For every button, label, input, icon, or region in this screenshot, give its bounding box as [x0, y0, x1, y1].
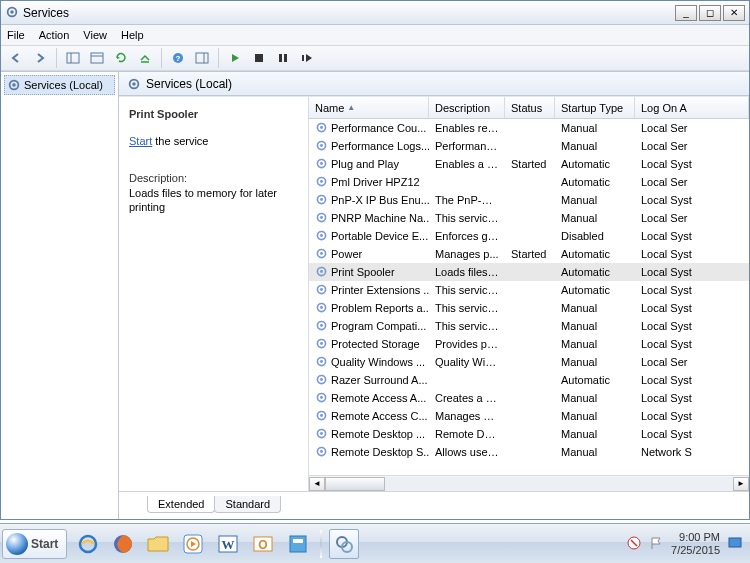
tab-standard[interactable]: Standard [214, 496, 281, 513]
cell-logon: Local Syst [635, 266, 749, 278]
scroll-track[interactable] [325, 477, 733, 491]
cell-startup: Automatic [555, 374, 635, 386]
services-window: Services _ ◻ ✕ File Action View Help ? S… [0, 0, 750, 520]
maximize-button[interactable]: ◻ [699, 5, 721, 21]
service-row[interactable]: Program Compati...This service ...Manual… [309, 317, 749, 335]
col-startup[interactable]: Startup Type [555, 97, 635, 118]
cell-startup: Manual [555, 446, 635, 458]
service-row[interactable]: PnP-X IP Bus Enu...The PnP-X ...ManualLo… [309, 191, 749, 209]
service-row[interactable]: Quality Windows ...Quality Win...ManualL… [309, 353, 749, 371]
rows-container[interactable]: Performance Cou...Enables rem...ManualLo… [309, 119, 749, 475]
cell-name: Power [309, 247, 429, 262]
gear-icon [315, 445, 328, 460]
service-row[interactable]: Performance Logs...Performanc...ManualLo… [309, 137, 749, 155]
refresh-button[interactable] [110, 47, 132, 69]
media-player-icon[interactable] [178, 529, 208, 559]
svg-point-30 [320, 216, 323, 219]
explorer-icon[interactable] [143, 529, 173, 559]
svg-point-24 [320, 162, 323, 165]
service-row[interactable]: Problem Reports a...This service ...Manu… [309, 299, 749, 317]
service-row[interactable]: Razer Surround A...AutomaticLocal Syst [309, 371, 749, 389]
service-row[interactable]: Portable Device E...Enforces gr...Disabl… [309, 227, 749, 245]
minimize-button[interactable]: _ [675, 5, 697, 21]
clock-time: 9:00 PM [671, 531, 720, 543]
gear-icon [127, 77, 141, 91]
service-row[interactable]: Protected StorageProvides pr...ManualLoc… [309, 335, 749, 353]
service-row[interactable]: Performance Cou...Enables rem...ManualLo… [309, 119, 749, 137]
service-row[interactable]: PNRP Machine Na...This service ...Manual… [309, 209, 749, 227]
menu-action[interactable]: Action [39, 29, 70, 41]
back-button[interactable] [5, 47, 27, 69]
forward-button[interactable] [29, 47, 51, 69]
start-button[interactable]: Start [2, 529, 67, 559]
cell-name: Pml Driver HPZ12 [309, 175, 429, 190]
app-icon [5, 5, 19, 21]
show-hide-action-pane-button[interactable] [191, 47, 213, 69]
help-button[interactable]: ? [167, 47, 189, 69]
svg-rect-65 [290, 536, 306, 552]
description-text: Loads files to memory for later printing [129, 186, 298, 216]
ie-icon[interactable] [73, 529, 103, 559]
close-button[interactable]: ✕ [723, 5, 745, 21]
word-icon[interactable]: W [213, 529, 243, 559]
cell-name: Quality Windows ... [309, 355, 429, 370]
menu-view[interactable]: View [83, 29, 107, 41]
service-row[interactable]: PowerManages p...StartedAutomaticLocal S… [309, 245, 749, 263]
tab-extended[interactable]: Extended [147, 496, 215, 513]
title-bar[interactable]: Services _ ◻ ✕ [1, 1, 749, 25]
service-row[interactable]: Remote Access A...Creates a co...ManualL… [309, 389, 749, 407]
taskbar-services-button[interactable] [329, 529, 359, 559]
service-row[interactable]: Print SpoolerLoads files t...AutomaticLo… [309, 263, 749, 281]
clock-date: 7/25/2015 [671, 544, 720, 556]
gear-icon [315, 373, 328, 388]
firefox-icon[interactable] [108, 529, 138, 559]
scroll-thumb[interactable] [325, 477, 385, 491]
show-desktop-button[interactable] [728, 536, 742, 552]
service-row[interactable]: Remote Desktop S...Allows user...ManualN… [309, 443, 749, 461]
cell-logon: Local Ser [635, 122, 749, 134]
clock[interactable]: 9:00 PM 7/25/2015 [671, 531, 720, 555]
cell-status: Started [505, 248, 555, 260]
export-button[interactable] [134, 47, 156, 69]
app-icon[interactable] [283, 529, 313, 559]
tree-label: Services (Local) [24, 79, 103, 91]
show-hide-tree-button[interactable] [62, 47, 84, 69]
tray-alert-icon[interactable] [627, 536, 641, 552]
column-headers: Name▲ Description Status Startup Type Lo… [309, 97, 749, 119]
service-row[interactable]: Plug and PlayEnables a c...StartedAutoma… [309, 155, 749, 173]
col-description[interactable]: Description [429, 97, 505, 118]
cell-logon: Local Syst [635, 392, 749, 404]
cell-startup: Manual [555, 122, 635, 134]
cell-description: Creates a co... [429, 392, 505, 404]
service-row[interactable]: Remote Desktop ...Remote Des...ManualLoc… [309, 425, 749, 443]
stop-service-button[interactable] [248, 47, 270, 69]
scroll-left-button[interactable]: ◄ [309, 477, 325, 491]
svg-rect-9 [196, 53, 208, 63]
gear-icon [315, 301, 328, 316]
pause-service-button[interactable] [272, 47, 294, 69]
col-name[interactable]: Name▲ [309, 97, 429, 118]
console-tree[interactable]: Services (Local) [1, 72, 119, 519]
service-row[interactable]: Printer Extensions ...This service ...Au… [309, 281, 749, 299]
cell-description: Enables rem... [429, 122, 505, 134]
col-logon[interactable]: Log On A [635, 97, 749, 118]
col-status[interactable]: Status [505, 97, 555, 118]
taskbar[interactable]: Start W O 9:00 PM 7/25/2015 [0, 523, 750, 563]
properties-button[interactable] [86, 47, 108, 69]
start-service-button[interactable] [224, 47, 246, 69]
scroll-right-button[interactable]: ► [733, 477, 749, 491]
system-tray[interactable]: 9:00 PM 7/25/2015 [627, 531, 748, 555]
menu-help[interactable]: Help [121, 29, 144, 41]
detail-panel: Print Spooler Start the service Descript… [119, 97, 309, 491]
menu-file[interactable]: File [7, 29, 25, 41]
svg-rect-2 [67, 53, 79, 63]
service-row[interactable]: Remote Access C...Manages di...ManualLoc… [309, 407, 749, 425]
service-row[interactable]: Pml Driver HPZ12AutomaticLocal Ser [309, 173, 749, 191]
tree-services-local[interactable]: Services (Local) [4, 75, 115, 95]
restart-service-button[interactable] [296, 47, 318, 69]
cell-logon: Local Syst [635, 284, 749, 296]
horizontal-scrollbar[interactable]: ◄ ► [309, 475, 749, 491]
tray-flag-icon[interactable] [649, 536, 663, 552]
start-service-link[interactable]: Start [129, 135, 152, 147]
outlook-icon[interactable]: O [248, 529, 278, 559]
